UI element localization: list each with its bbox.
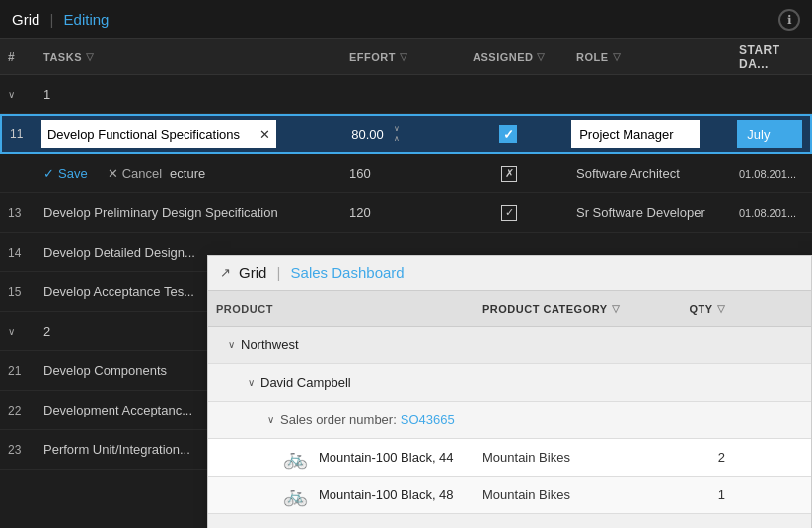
save-button[interactable]: ✓ Save [43, 166, 88, 181]
save-cancel-row: ✓ Save ✕ Cancel ecture 160 Software Arch… [0, 154, 812, 193]
group-chevron-2[interactable]: ∨ [0, 326, 36, 337]
cancel-button[interactable]: ✕ Cancel [108, 166, 162, 181]
bike-icon-2: 🚲 [279, 482, 311, 509]
effort-up-icon[interactable]: ∧ [394, 134, 400, 144]
sales-dashboard-title: Sales Dashboard [291, 264, 405, 281]
expand-icon[interactable]: ↗ [220, 265, 231, 280]
effort-arrows: ∨ ∧ [394, 124, 400, 143]
sales-product-row-2[interactable]: 🚲 Mountain-100 Black, 48 Mountain Bikes … [208, 477, 811, 514]
col-header-role[interactable]: ROLE ▽ [568, 51, 731, 63]
save-check-icon: ✓ [43, 166, 54, 181]
save-row-effort: 160 [341, 166, 450, 181]
save-row-assigned [450, 166, 568, 182]
david-chevron[interactable]: ∨ [248, 377, 255, 388]
task-row-11: 11 ✕ 80.00 ∨ ∧ ✓ July [0, 114, 812, 154]
row-11-role [567, 120, 729, 148]
role-filter-icon[interactable]: ▽ [613, 51, 622, 62]
task-grid-title: Grid | Editing [12, 11, 109, 28]
row-11-assigned[interactable]: ✓ [450, 125, 567, 143]
scol-header-product: PRODUCT [208, 303, 475, 315]
editing-label: Editing [64, 11, 110, 28]
start-date-field[interactable]: July [737, 120, 802, 148]
sales-order-row[interactable]: ∨ Sales order number: SO43665 [208, 402, 811, 439]
col-header-hash: # [0, 50, 36, 64]
task-name-input[interactable] [41, 120, 254, 148]
assigned-filter-icon[interactable]: ▽ [537, 51, 546, 62]
col-header-assigned[interactable]: ASSIGNED ▽ [450, 51, 568, 63]
sales-column-headers: PRODUCT PRODUCT CATEGORY ▽ QTY ▽ [208, 291, 811, 327]
save-row-role: Software Architect [568, 166, 731, 181]
row-11-number: 11 [2, 127, 37, 141]
col-header-tasks[interactable]: TASKS ▽ [36, 51, 341, 63]
info-icon[interactable]: ℹ [778, 9, 800, 31]
sales-content: ∨ Northwest ∨ David Campbell ∨ Sales ord… [208, 327, 811, 528]
effort-input-wrapper: 80.00 ∨ ∧ [345, 124, 400, 143]
group-row-1[interactable]: ∨ 1 [0, 75, 812, 114]
order-number-link[interactable]: SO43665 [401, 413, 455, 427]
save-row-checkbox [501, 166, 517, 182]
assigned-checkbox[interactable]: ✓ [499, 125, 517, 143]
sales-group-northwest[interactable]: ∨ Northwest [208, 327, 811, 364]
order-chevron[interactable]: ∨ [267, 415, 274, 425]
sales-header: ↗ Grid | Sales Dashboard [208, 256, 811, 291]
effort-value: 80.00 [345, 127, 390, 142]
save-row-start: 01.08.201... [731, 168, 812, 180]
sales-title: Grid | Sales Dashboard [239, 264, 405, 281]
effort-down-icon[interactable]: ∨ [394, 124, 400, 134]
task-column-headers: # TASKS ▽ EFFORT ▽ ASSIGNED ▽ ROLE ▽ STA… [0, 39, 812, 75]
task-grid-header: Grid | Editing ℹ [0, 0, 812, 39]
bike-icon-1: 🚲 [279, 444, 311, 472]
northwest-chevron[interactable]: ∨ [228, 339, 235, 350]
sales-subgroup-david[interactable]: ∨ David Campbell [208, 364, 811, 402]
save-cancel-cell: ✓ Save ✕ Cancel ecture [36, 166, 341, 181]
group-chevron-1[interactable]: ∨ [0, 89, 36, 100]
scol-header-category[interactable]: PRODUCT CATEGORY ▽ [475, 303, 682, 315]
effort-filter-icon[interactable]: ▽ [400, 51, 408, 62]
task-row-13[interactable]: 13 Develop Preliminary Design Specificat… [0, 193, 812, 233]
sales-product-row-1[interactable]: 🚲 Mountain-100 Black, 44 Mountain Bikes … [208, 439, 811, 477]
col-header-effort[interactable]: EFFORT ▽ [341, 51, 450, 63]
row-11-task-input: ✕ [37, 120, 341, 148]
sales-dashboard-overlay: ↗ Grid | Sales Dashboard PRODUCT PRODUCT… [207, 255, 812, 528]
qty-filter-icon[interactable]: ▽ [717, 303, 726, 314]
category-filter-icon[interactable]: ▽ [612, 303, 621, 314]
clear-input-button[interactable]: ✕ [254, 120, 276, 148]
row-11-effort: 80.00 ∨ ∧ [341, 124, 449, 143]
role-input[interactable] [571, 120, 700, 148]
row-13-checkbox [501, 205, 517, 221]
scol-header-qty[interactable]: QTY ▽ [682, 303, 741, 315]
group-label-1: 1 [36, 87, 341, 102]
tasks-filter-icon[interactable]: ▽ [86, 51, 95, 62]
row-11-start[interactable]: July [729, 120, 810, 148]
cancel-x-icon: ✕ [108, 166, 118, 181]
col-header-start: START DA... [731, 43, 812, 71]
